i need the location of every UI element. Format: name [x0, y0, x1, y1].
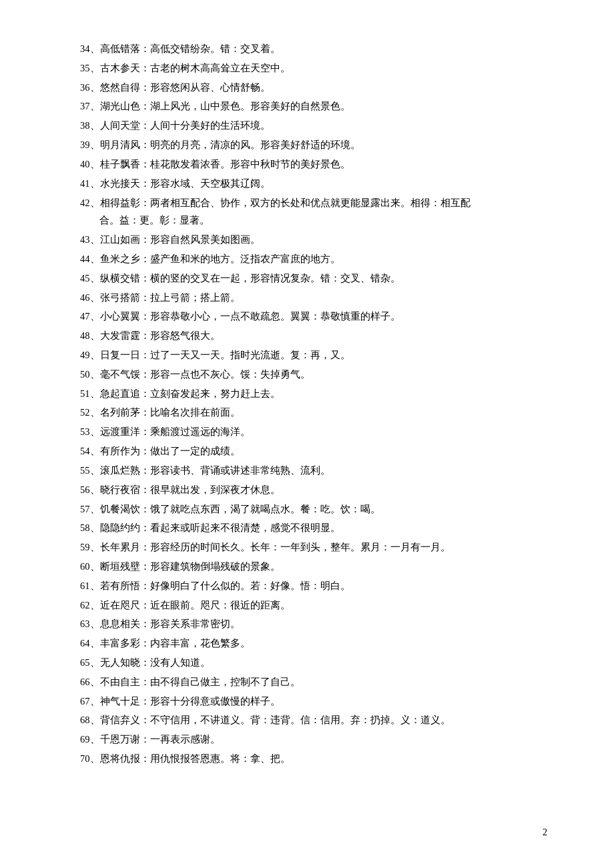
list-item: 67、神气十足：形容十分得意或傲慢的样子。: [80, 693, 547, 711]
list-item: 51、急起直追：立刻奋发起来，努力赶上去。: [80, 385, 547, 403]
list-item: 48、大发雷霆：形容怒气很大。: [80, 327, 547, 345]
content-area: 34、高低错落：高低交错纷杂。错：交叉着。35、古木参天：古老的树木高高耸立在天…: [80, 40, 547, 768]
list-item: 60、断垣残壁：形容建筑物倒塌残破的景象。: [80, 558, 547, 576]
list-item: 34、高低错落：高低交错纷杂。错：交叉着。: [80, 40, 547, 58]
list-item: 45、纵横交错：横的竖的交叉在一起，形容情况复杂。错：交叉、错杂。: [80, 270, 547, 288]
list-item: 57、饥餐渴饮：饿了就吃点东西，渴了就喝点水。餐：吃。饮：喝。: [80, 500, 547, 518]
list-item: 54、有所作为：做出了一定的成绩。: [80, 442, 547, 460]
entry-line: 42、相得益彰：两者相互配合、协作，双方的长处和优点就更能显露出来。相得：相互配: [80, 194, 547, 212]
list-item: 65、无人知晓：没有人知道。: [80, 654, 547, 672]
list-item: 35、古木参天：古老的树木高高耸立在天空中。: [80, 59, 547, 77]
list-item: 62、近在咫尺：近在眼前。咫尺：很近的距离。: [80, 596, 547, 614]
list-item: 40、桂子飘香：桂花散发着浓香。形容中秋时节的美好景色。: [80, 155, 547, 173]
list-item: 42、相得益彰：两者相互配合、协作，双方的长处和优点就更能显露出来。相得：相互配…: [80, 194, 547, 230]
list-item: 58、隐隐约约：看起来或听起来不很清楚，感觉不很明显。: [80, 519, 547, 537]
list-item: 68、背信弃义：不守信用，不讲道义。背：违背。信：信用。弃：扔掉。义：道义。: [80, 711, 547, 729]
list-item: 55、滚瓜烂熟：形容读书、背诵或讲述非常纯熟、流利。: [80, 462, 547, 480]
list-item: 52、名列前茅：比喻名次排在前面。: [80, 404, 547, 422]
page-number: 2: [543, 824, 547, 841]
list-item: 70、恩将仇报：用仇恨报答恩惠。将：拿、把。: [80, 750, 547, 768]
entry-line: 合。益：更。彰：显著。: [80, 211, 547, 230]
list-item: 64、丰富多彩：内容丰富，花色繁多。: [80, 634, 547, 653]
list-item: 66、不由自主：由不得自己做主，控制不了自己。: [80, 673, 547, 691]
list-item: 69、千恩万谢：一再表示感谢。: [80, 731, 547, 749]
list-item: 53、远渡重洋：乘船渡过遥远的海洋。: [80, 423, 547, 441]
list-item: 59、长年累月：形容经历的时间长久。长年：一年到头，整年。累月：一月有一月。: [80, 538, 547, 556]
list-item: 63、息息相关：形容关系非常密切。: [80, 615, 547, 633]
list-item: 41、水光接天：形容水域、天空极其辽阔。: [80, 175, 547, 193]
list-item: 36、悠然自得：形容悠闲从容、心情舒畅。: [80, 79, 547, 97]
list-item: 39、明月清风：明亮的月亮，清凉的风。形容美好舒适的环境。: [80, 136, 547, 154]
list-item: 47、小心翼翼：形容恭敬小心，一点不敢疏忽。翼翼：恭敬慎重的样子。: [80, 308, 547, 326]
list-item: 46、张弓搭箭：拉上弓箭；搭上箭。: [80, 289, 547, 307]
list-item: 50、毫不气馁：形容一点也不灰心。馁：失掉勇气。: [80, 366, 547, 384]
list-item: 38、人间天堂：人间十分美好的生活环境。: [80, 117, 547, 135]
list-item: 49、日复一日：过了一天又一天。指时光流逝。复：再，又。: [80, 346, 547, 364]
list-item: 43、江山如画：形容自然风景美如图画。: [80, 231, 547, 249]
list-item: 61、若有所悟：好像明白了什么似的。若：好像。悟：明白。: [80, 577, 547, 595]
list-item: 44、鱼米之乡：盛产鱼和米的地方。泛指农产富庶的地方。: [80, 250, 547, 268]
page: 34、高低错落：高低交错纷杂。错：交叉着。35、古木参天：古老的树木高高耸立在天…: [0, 0, 614, 868]
list-item: 37、湖光山色：湖上风光，山中景色。形容美好的自然景色。: [80, 97, 547, 115]
list-item: 56、晓行夜宿：很早就出发，到深夜才休息。: [80, 481, 547, 499]
